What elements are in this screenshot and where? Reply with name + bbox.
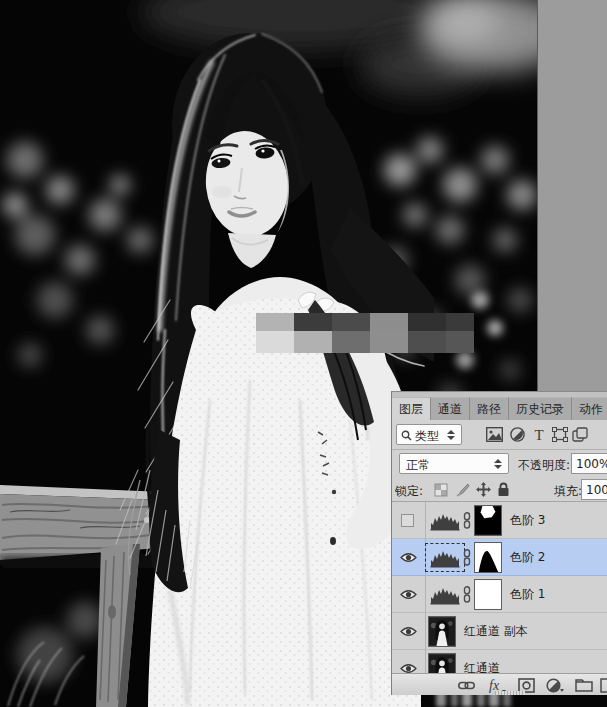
filter-kind-label: 类型 xyxy=(415,428,439,445)
stepper-icon xyxy=(494,458,503,471)
stepper-icon xyxy=(447,429,456,442)
eye-icon xyxy=(400,552,417,563)
layer-filter-kind-dropdown[interactable]: 类型 xyxy=(396,424,462,445)
tab-paths[interactable]: 路径 xyxy=(470,397,509,420)
lock-position-icon[interactable] xyxy=(476,482,491,497)
opacity-label: 不透明度: xyxy=(518,457,570,474)
layers-panel-footer: fx xyxy=(392,673,607,695)
eye-icon xyxy=(400,626,417,637)
lock-transparency-icon[interactable] xyxy=(434,483,448,497)
mask-link-icon[interactable] xyxy=(462,586,472,603)
levels-adjustment-icon[interactable] xyxy=(430,585,460,605)
layer-list: 色阶 3 xyxy=(392,502,607,673)
layer-mask-thumbnail[interactable] xyxy=(474,505,502,536)
visibility-toggle[interactable] xyxy=(392,539,426,576)
levels-adjustment-icon[interactable] xyxy=(430,548,460,568)
mask-link-icon[interactable] xyxy=(462,549,472,566)
eye-icon xyxy=(400,589,417,600)
blend-mode-dropdown[interactable]: 正常 xyxy=(399,453,509,474)
layer-row-levels-2[interactable]: 色阶 2 xyxy=(392,539,607,576)
levels-adjustment-icon[interactable] xyxy=(430,511,460,531)
tab-layers[interactable]: 图层 xyxy=(392,397,431,420)
layer-name: 红通道 xyxy=(464,650,500,673)
fill-field[interactable]: 100% xyxy=(581,479,607,500)
layer-mask-thumbnail[interactable] xyxy=(474,579,502,610)
visibility-toggle[interactable] xyxy=(392,650,426,673)
layer-name: 色阶 2 xyxy=(510,539,545,576)
filter-type-layers-icon[interactable]: T xyxy=(532,427,546,442)
layer-image-thumbnail[interactable] xyxy=(428,616,456,647)
fill-label: 填充: xyxy=(554,483,582,500)
tab-history[interactable]: 历史记录 xyxy=(509,397,572,420)
blend-mode-value: 正常 xyxy=(406,457,430,474)
visibility-off-box xyxy=(401,514,414,527)
layer-filter-row: 类型 T xyxy=(392,420,607,450)
visibility-toggle[interactable] xyxy=(392,576,426,613)
visibility-toggle[interactable] xyxy=(392,502,426,539)
filter-shape-layers-icon[interactable] xyxy=(552,427,568,442)
layer-name: 色阶 3 xyxy=(510,502,545,539)
lock-row: 锁定: 填充: 100% xyxy=(392,478,607,502)
opacity-value: 100% xyxy=(576,457,607,471)
panel-tab-bar: 图层 通道 路径 历史记录 动作 xyxy=(392,397,607,420)
layer-name: 红通道 副本 xyxy=(464,613,528,650)
filter-smart-objects-icon[interactable] xyxy=(572,427,588,442)
fill-value: 100% xyxy=(586,483,607,497)
new-adjustment-layer-icon[interactable] xyxy=(546,678,565,693)
pasteboard xyxy=(537,0,607,391)
layer-row-levels-3[interactable]: 色阶 3 xyxy=(392,502,607,539)
svg-text:T: T xyxy=(534,427,543,442)
layer-image-thumbnail[interactable] xyxy=(428,653,456,673)
new-layer-icon[interactable] xyxy=(600,678,607,693)
layer-name: 色阶 1 xyxy=(510,576,545,613)
layer-row-levels-1[interactable]: 色阶 1 xyxy=(392,576,607,613)
tab-channels[interactable]: 通道 xyxy=(431,397,470,420)
opacity-field[interactable]: 100% xyxy=(571,453,607,474)
layer-row-red-channel[interactable]: 红通道 xyxy=(392,650,607,673)
blend-mode-row: 正常 不透明度: 100% xyxy=(392,450,607,478)
layers-panel: 图层 通道 路径 历史记录 动作 类型 xyxy=(391,391,607,695)
tab-actions[interactable]: 动作 xyxy=(572,397,607,420)
layer-row-red-channel-copy[interactable]: 红通道 副本 xyxy=(392,613,607,650)
new-group-icon[interactable] xyxy=(575,678,593,692)
layer-mask-thumbnail[interactable] xyxy=(474,542,502,573)
mask-link-icon[interactable] xyxy=(462,512,472,529)
filter-pixel-layers-icon[interactable] xyxy=(486,427,503,442)
lock-all-icon[interactable] xyxy=(497,482,510,497)
lock-label: 锁定: xyxy=(395,483,423,500)
eye-icon xyxy=(400,663,417,673)
lock-pixels-icon[interactable] xyxy=(455,483,470,497)
photoshop-workspace: 图层 通道 路径 历史记录 动作 类型 xyxy=(0,0,607,707)
search-icon xyxy=(401,430,412,441)
link-layers-icon[interactable] xyxy=(458,680,475,691)
censor-mosaic xyxy=(256,313,474,353)
visibility-toggle[interactable] xyxy=(392,613,426,650)
filter-adjustment-layers-icon[interactable] xyxy=(510,427,525,442)
panel-resize-grip[interactable] xyxy=(495,691,525,695)
